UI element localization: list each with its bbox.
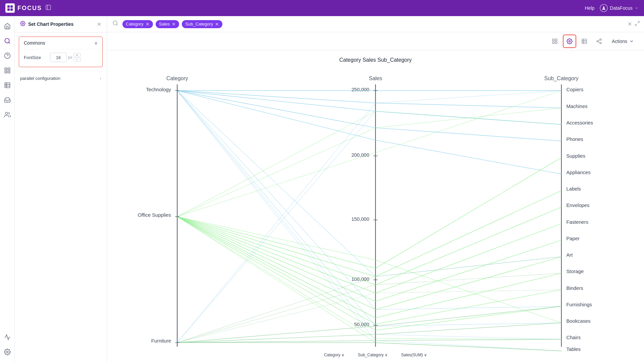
commons-body: FontSize px + − [19, 49, 102, 67]
subcategory-filter-tag[interactable]: Sub_Category ✕ [182, 20, 222, 28]
svg-rect-27 [555, 39, 557, 41]
panel-title: Set Chart Properties [28, 21, 73, 27]
subcat-envelopes: Envelopes [566, 203, 589, 208]
sidebar-icon-help[interactable] [1, 50, 13, 62]
svg-point-35 [600, 39, 601, 40]
filter-clear-icon[interactable]: ✕ [628, 21, 632, 27]
subcat-phones: Phones [566, 137, 583, 142]
svg-rect-14 [8, 71, 10, 73]
sidebar-icon-search[interactable] [1, 35, 13, 47]
svg-point-19 [5, 112, 8, 115]
user-menu[interactable]: DataFocus [600, 4, 639, 12]
subcat-binders: Binders [566, 286, 583, 291]
sidebar-icon-dashboard[interactable] [1, 64, 13, 76]
svg-rect-29 [555, 42, 557, 43]
topbar-left: FOCUS [5, 3, 51, 13]
svg-rect-26 [552, 39, 554, 41]
bottom-subcategory-label[interactable]: Sub_Category ∨ [358, 353, 388, 357]
panel-header: Set Chart Properties ✕ [15, 16, 107, 33]
parallel-config[interactable]: parallel configuration › [15, 71, 107, 85]
search-icon[interactable] [111, 19, 120, 29]
chart-toolbar: Actions [107, 32, 644, 50]
svg-line-23 [116, 24, 117, 25]
chart-type-btn-1[interactable] [548, 35, 561, 48]
user-chevron-icon [635, 6, 639, 10]
fontsize-decrement-button[interactable]: − [74, 58, 80, 62]
bottom-category-label[interactable]: Category ∨ [324, 353, 344, 357]
commons-section: Commons ∨ FontSize px + − [19, 37, 103, 67]
subcat-bookcases: Bookcases [566, 318, 590, 324]
svg-line-38 [598, 42, 600, 43]
sales-tag-label: Sales [159, 21, 170, 27]
svg-point-20 [6, 351, 8, 353]
topbar: FOCUS Help DataFocus [0, 0, 644, 16]
icon-sidebar [0, 16, 15, 362]
svg-rect-11 [5, 68, 7, 70]
svg-point-36 [597, 40, 598, 42]
actions-label: Actions [612, 39, 627, 44]
subcategory-tag-close-icon[interactable]: ✕ [215, 21, 219, 27]
svg-rect-13 [5, 71, 7, 73]
gear-icon [20, 21, 25, 28]
sales-100k: 100,000 [352, 276, 369, 282]
close-icon[interactable]: ✕ [97, 21, 101, 28]
svg-rect-15 [5, 83, 10, 88]
fontsize-increment-button[interactable]: + [74, 53, 80, 57]
chart-settings-btn[interactable] [563, 35, 576, 48]
svg-rect-4 [46, 5, 51, 10]
sidebar-icon-analytics[interactable] [1, 331, 13, 343]
subcat-fasteners: Fasteners [566, 219, 588, 225]
sidebar-icon-inbox[interactable] [1, 94, 13, 106]
logo-icon [5, 3, 15, 13]
axis-subcategory-label: Sub_Category [544, 75, 579, 82]
svg-line-25 [635, 24, 637, 25]
sidebar-icon-tables[interactable] [1, 79, 13, 91]
actions-button[interactable]: Actions [607, 36, 639, 47]
sidebar-icon-home[interactable] [1, 20, 13, 32]
filter-expand-icon[interactable] [635, 21, 640, 28]
sales-250k: 250,000 [352, 87, 369, 93]
svg-point-37 [600, 42, 601, 44]
sales-tag-close-icon[interactable]: ✕ [172, 21, 176, 27]
sidebar-icon-settings[interactable] [1, 346, 13, 358]
commons-header[interactable]: Commons ∨ [19, 37, 102, 49]
subcat-machines: Machines [566, 104, 587, 109]
parallel-chevron-icon: › [100, 75, 101, 81]
parallel-coordinates-chart: Category Sales Sub_Category Technology O… [107, 67, 644, 362]
user-avatar [600, 4, 608, 12]
svg-point-30 [569, 40, 571, 42]
chart-content: Category Sales Sub_Category Category Sal… [107, 50, 644, 362]
chart-share-btn[interactable] [592, 35, 606, 48]
chart-table-btn[interactable] [578, 35, 591, 48]
bottom-sales-label[interactable]: Sales(SUM) ∨ [401, 353, 427, 357]
fontsize-label: FontSize [24, 55, 47, 60]
fontsize-buttons: + − [74, 53, 80, 62]
filter-bar: Category ✕ Sales ✕ Sub_Category ✕ ✕ [107, 16, 644, 32]
subcategory-tag-label: Sub_Category [185, 21, 213, 27]
fontsize-input[interactable] [50, 53, 67, 62]
logo: FOCUS [5, 3, 42, 13]
sales-150k: 150,000 [352, 216, 369, 222]
parallel-config-label: parallel configuration [20, 76, 60, 81]
cat-office-supplies: Office Supplies [138, 212, 171, 218]
svg-rect-28 [552, 42, 554, 43]
pin-icon[interactable] [45, 4, 51, 12]
category-tag-close-icon[interactable]: ✕ [146, 21, 150, 27]
properties-panel: Set Chart Properties ✕ Commons ∨ FontSiz… [15, 16, 107, 362]
sidebar-icon-people[interactable] [1, 109, 13, 121]
help-link[interactable]: Help [585, 5, 595, 11]
subcat-appliances: Appliances [566, 170, 590, 175]
svg-line-24 [638, 21, 639, 23]
commons-label: Commons [24, 40, 45, 46]
subcat-supplies: Supplies [566, 153, 585, 159]
subcat-copiers: Copiers [566, 87, 583, 93]
subcat-tables: Tables [566, 347, 581, 352]
sales-filter-tag[interactable]: Sales ✕ [156, 20, 179, 28]
subcat-paper: Paper [566, 236, 579, 241]
subcat-accessories: Accessories [566, 120, 593, 125]
svg-rect-2 [7, 8, 10, 11]
panel-title-row: Set Chart Properties [20, 21, 73, 28]
svg-point-7 [5, 39, 9, 43]
category-filter-tag[interactable]: Category ✕ [122, 20, 153, 28]
svg-rect-0 [7, 5, 10, 8]
